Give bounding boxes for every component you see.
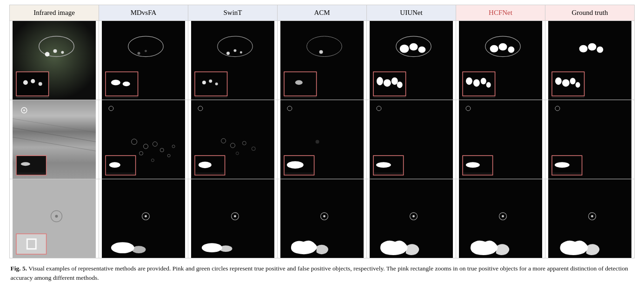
cell-hcfnet-r1 [456,21,545,100]
cell-uiunet-r2 [367,100,456,179]
svg-point-9 [39,82,42,86]
cell-mdvsfa-r3 [99,179,188,258]
svg-point-60 [588,43,597,51]
svg-point-41 [377,77,383,85]
svg-rect-21 [195,72,227,96]
col-header-hcfnet: HCFNet [456,5,545,21]
svg-point-5 [53,49,57,53]
col-header-mdvsfa: MDvsFA [99,5,188,21]
svg-point-51 [508,47,514,53]
svg-point-39 [410,43,418,51]
svg-point-129 [111,242,134,253]
caption-text: Visual examples of representative method… [11,265,628,281]
svg-point-33 [295,80,303,85]
svg-point-25 [202,81,206,84]
svg-point-108 [376,162,391,168]
svg-point-122 [55,215,58,218]
svg-point-74 [21,162,30,166]
svg-point-55 [486,82,491,88]
cell-ir-r2 [10,100,99,179]
cell-ir-r1 [10,21,99,100]
svg-point-17 [145,50,147,52]
svg-point-130 [132,246,146,253]
svg-point-16 [138,52,140,55]
table-row [10,21,635,100]
svg-point-61 [597,47,603,53]
svg-point-138 [323,215,325,217]
svg-point-43 [392,77,398,85]
figure-caption: Fig. 5. Visual examples of representativ… [11,264,634,283]
svg-point-62 [555,77,562,85]
svg-point-42 [384,79,391,87]
cell-swint-r3 [188,179,278,258]
svg-point-14 [111,80,120,85]
header-row: Infrared image MDvsFA SwinT ACM UIUNet H… [10,5,635,21]
svg-point-53 [473,79,480,87]
svg-point-50 [499,43,507,51]
svg-point-8 [31,79,35,83]
cell-hcfnet-r3 [456,179,545,258]
cell-acm-r1 [278,21,367,100]
svg-rect-13 [106,72,138,96]
svg-point-54 [481,78,486,84]
svg-point-59 [579,45,588,53]
svg-point-15 [123,81,130,86]
svg-point-133 [234,215,236,217]
cell-uiunet-r3 [367,179,456,258]
svg-point-118 [555,162,570,168]
svg-point-49 [490,45,498,53]
table-row [10,179,635,258]
cell-gt-r2 [545,100,635,179]
svg-point-141 [412,215,415,217]
svg-point-38 [400,45,409,53]
svg-point-6 [61,51,64,54]
svg-point-134 [202,243,222,252]
svg-point-44 [397,81,403,88]
svg-point-52 [466,77,472,85]
comparison-table: Infrared image MDvsFA SwinT ACM UIUNet H… [9,5,635,258]
col-header-swint: SwinT [188,5,278,21]
cell-mdvsfa-r1 [99,21,188,100]
svg-point-4 [45,52,50,57]
svg-point-128 [145,215,147,217]
svg-point-102 [287,161,304,169]
cell-swint-r2 [188,100,278,179]
svg-point-24 [240,51,242,54]
svg-point-144 [502,215,504,217]
svg-point-26 [209,80,212,83]
cell-gt-r1 [545,21,635,100]
col-header-acm: ACM [278,5,367,21]
svg-point-22 [226,52,230,55]
cell-mdvsfa-r2 [99,100,188,179]
svg-rect-3 [16,72,49,96]
svg-point-104 [316,140,319,143]
svg-point-64 [570,78,576,84]
cell-acm-r2 [278,100,367,179]
cell-gt-r3 [545,179,635,258]
svg-rect-125 [28,240,35,248]
svg-point-72 [23,109,25,111]
svg-point-97 [199,162,212,168]
svg-point-113 [466,162,480,168]
table-row [10,100,635,179]
col-header-uiunet: UIUNet [367,5,456,21]
cell-uiunet-r1 [367,21,456,100]
cell-ir-r3 [10,179,99,258]
svg-point-32 [319,50,323,54]
svg-point-63 [562,79,570,87]
figure-label: Fig. 5. [11,265,27,272]
svg-point-65 [576,82,580,88]
svg-point-135 [219,245,232,252]
svg-point-27 [215,82,218,85]
svg-point-147 [591,215,593,217]
col-header-gt: Ground truth [545,5,635,21]
cell-swint-r1 [188,21,278,100]
svg-point-87 [109,162,120,168]
svg-point-40 [418,47,425,53]
svg-point-7 [23,80,28,85]
cell-hcfnet-r2 [456,100,545,179]
svg-point-23 [233,49,236,52]
svg-rect-73 [16,155,46,175]
col-header-infrared: Infrared image [10,5,99,21]
cell-acm-r3 [278,179,367,258]
